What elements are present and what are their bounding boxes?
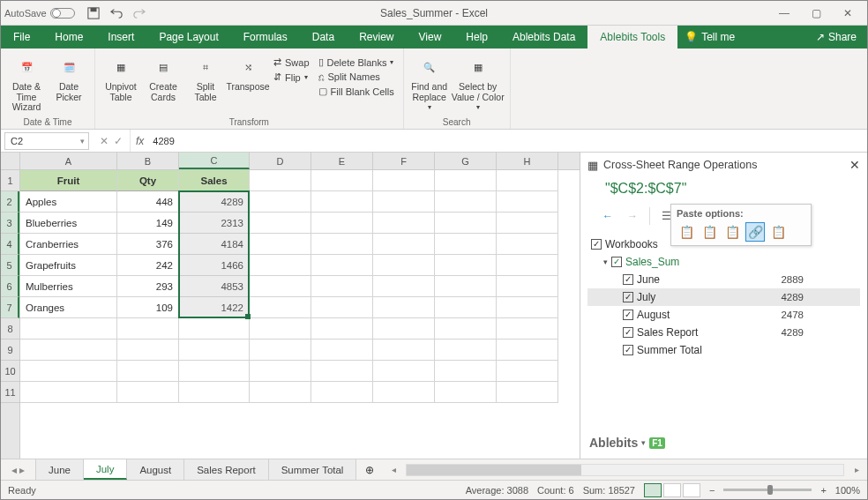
zoom-slider[interactable] xyxy=(723,489,812,491)
cell[interactable] xyxy=(311,255,373,276)
sheet-tab[interactable]: Summer Total xyxy=(269,459,357,480)
select-all-corner[interactable] xyxy=(1,153,20,169)
fx-icon[interactable]: fx xyxy=(136,135,144,147)
cell[interactable] xyxy=(435,213,497,234)
cell[interactable]: Sales xyxy=(179,170,250,191)
zoom-in-button[interactable]: + xyxy=(820,485,826,496)
cell[interactable] xyxy=(373,382,435,403)
minimize-button[interactable]: — xyxy=(768,4,800,23)
help-badge[interactable]: F1 xyxy=(649,437,665,449)
cell[interactable] xyxy=(117,318,179,340)
row-header[interactable]: 1 xyxy=(1,170,19,191)
row-header[interactable]: 2 xyxy=(1,191,19,213)
tab-formulas[interactable]: Formulas xyxy=(231,26,300,49)
close-button[interactable]: ✕ xyxy=(832,4,864,23)
cell[interactable] xyxy=(311,361,373,382)
cell[interactable]: 293 xyxy=(117,276,179,297)
cell[interactable] xyxy=(250,318,311,340)
page-layout-button[interactable] xyxy=(663,483,681,497)
enter-icon[interactable]: ✓ xyxy=(114,135,123,147)
checkbox-icon[interactable] xyxy=(623,292,633,302)
delete-blanks-button[interactable]: ▯Delete Blanks▾ xyxy=(315,56,398,69)
column-header[interactable]: F xyxy=(373,153,435,169)
column-header[interactable]: H xyxy=(497,153,558,169)
tab-ablebits-tools[interactable]: Ablebits Tools xyxy=(587,26,677,49)
sheet-node[interactable]: Summer Total xyxy=(587,341,860,359)
cell[interactable] xyxy=(435,255,497,276)
cell[interactable] xyxy=(250,170,311,191)
cell[interactable] xyxy=(250,297,311,318)
sheet-node[interactable]: August2478 xyxy=(587,306,860,324)
cell[interactable] xyxy=(311,276,373,297)
cell[interactable] xyxy=(117,340,179,361)
cell[interactable] xyxy=(117,361,179,382)
cell[interactable] xyxy=(20,318,117,340)
cell[interactable] xyxy=(497,276,558,297)
row-header[interactable]: 10 xyxy=(1,361,19,382)
row-header[interactable]: 3 xyxy=(1,213,19,234)
row-header[interactable]: 11 xyxy=(1,382,19,403)
forward-button[interactable]: → xyxy=(623,207,642,225)
cell[interactable]: Mulberries xyxy=(20,276,117,297)
cell[interactable] xyxy=(179,382,250,403)
cell[interactable] xyxy=(179,361,250,382)
column-header[interactable]: B xyxy=(117,153,179,169)
tab-view[interactable]: View xyxy=(407,26,454,49)
zoom-level[interactable]: 100% xyxy=(835,485,860,496)
cell[interactable]: 4289 xyxy=(179,191,250,213)
share-button[interactable]: ↗ Share xyxy=(805,26,867,49)
cell[interactable]: 1466 xyxy=(179,255,250,276)
row-header[interactable]: 6 xyxy=(1,276,19,297)
tab-ablebits-data[interactable]: Ablebits Data xyxy=(500,26,587,49)
cell[interactable] xyxy=(179,340,250,361)
tab-review[interactable]: Review xyxy=(347,26,406,49)
cell[interactable] xyxy=(179,318,250,340)
tab-help[interactable]: Help xyxy=(453,26,500,49)
cell[interactable] xyxy=(311,318,373,340)
date-picker-button[interactable]: 🗓️Date Picker xyxy=(49,52,89,117)
unpivot-button[interactable]: ▦Unpivot Table xyxy=(101,52,141,117)
normal-view-button[interactable] xyxy=(644,483,662,497)
cell[interactable]: 242 xyxy=(117,255,179,276)
cell[interactable] xyxy=(250,361,311,382)
cell[interactable]: Cranberries xyxy=(20,234,117,255)
cell[interactable] xyxy=(497,382,558,403)
cell[interactable] xyxy=(497,213,558,234)
sheet-nav[interactable]: ◂ ▸ xyxy=(1,459,36,480)
cell[interactable] xyxy=(117,382,179,403)
cell[interactable] xyxy=(311,213,373,234)
fill-blank-button[interactable]: ▢Fill Blank Cells xyxy=(315,85,398,98)
cell[interactable]: 448 xyxy=(117,191,179,213)
cancel-icon[interactable]: ✕ xyxy=(100,135,108,147)
cell[interactable] xyxy=(250,213,311,234)
sheet-node[interactable]: Sales Report4289 xyxy=(587,324,860,341)
cell[interactable] xyxy=(311,297,373,318)
cell[interactable] xyxy=(311,382,373,403)
column-header[interactable]: D xyxy=(250,153,311,169)
cell[interactable] xyxy=(311,191,373,213)
row-header[interactable]: 8 xyxy=(1,318,19,340)
column-header[interactable]: G xyxy=(435,153,497,169)
cell[interactable] xyxy=(373,297,435,318)
cell[interactable] xyxy=(435,318,497,340)
checkbox-icon[interactable] xyxy=(623,345,633,355)
cell[interactable]: Fruit xyxy=(20,170,117,191)
paste-other-button[interactable]: 📋 xyxy=(768,222,788,242)
checkbox-icon[interactable] xyxy=(623,274,633,285)
cell[interactable] xyxy=(250,340,311,361)
column-header[interactable]: A xyxy=(20,153,117,169)
cell[interactable] xyxy=(20,340,117,361)
cell[interactable] xyxy=(373,340,435,361)
view-buttons[interactable] xyxy=(644,483,700,497)
undo-button[interactable] xyxy=(108,5,124,21)
sheet-tab[interactable]: July xyxy=(84,459,127,480)
cell[interactable] xyxy=(373,170,435,191)
column-header[interactable]: E xyxy=(311,153,373,169)
cell[interactable] xyxy=(311,170,373,191)
cell[interactable] xyxy=(435,234,497,255)
cell[interactable]: Blueberries xyxy=(20,213,117,234)
chevron-down-icon[interactable]: ▾ xyxy=(641,438,646,447)
workbook-node[interactable]: ▾ Sales_Sum xyxy=(587,253,860,271)
cell[interactable] xyxy=(373,318,435,340)
row-header[interactable]: 4 xyxy=(1,234,19,255)
